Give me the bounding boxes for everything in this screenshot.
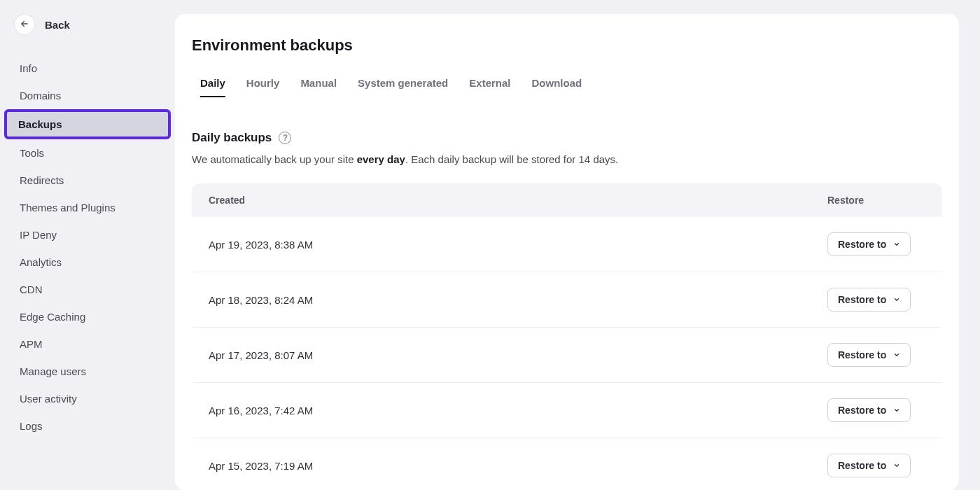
sidebar-item-label: Edge Caching <box>20 311 85 323</box>
restore-to-button[interactable]: Restore to <box>827 398 911 422</box>
back-label: Back <box>45 19 70 31</box>
section-description: We automatically back up your site every… <box>192 153 942 165</box>
tab-hourly[interactable]: Hourly <box>246 73 280 97</box>
cell-created: Apr 19, 2023, 8:38 AM <box>209 239 827 251</box>
desc-post: . Each daily backup will be stored for 1… <box>405 153 618 165</box>
sidebar-item-logs[interactable]: Logs <box>6 412 169 440</box>
sidebar-item-redirects[interactable]: Redirects <box>6 167 169 194</box>
sidebar-item-apm[interactable]: APM <box>6 330 169 358</box>
tab-download[interactable]: Download <box>532 73 582 97</box>
cell-created: Apr 15, 2023, 7:19 AM <box>209 460 827 472</box>
chevron-down-icon <box>893 294 900 305</box>
cell-created: Apr 17, 2023, 8:07 AM <box>209 349 827 361</box>
sidebar-item-label: Redirects <box>20 174 64 186</box>
arrow-left-icon <box>20 19 29 31</box>
desc-pre: We automatically back up your site <box>192 153 357 165</box>
restore-to-button[interactable]: Restore to <box>827 288 911 312</box>
sidebar-item-user-activity[interactable]: User activity <box>6 385 169 412</box>
sidebar-item-manage-users[interactable]: Manage users <box>6 358 169 385</box>
tab-daily[interactable]: Daily <box>200 73 225 97</box>
sidebar: Back Info Domains Backups Tools Redirect… <box>0 0 175 490</box>
sidebar-item-label: Backups <box>18 118 62 130</box>
cell-created: Apr 16, 2023, 7:42 AM <box>209 405 827 416</box>
sidebar-item-label: CDN <box>20 284 43 295</box>
sidebar-item-label: User activity <box>20 393 77 405</box>
restore-to-button[interactable]: Restore to <box>827 343 911 367</box>
sidebar-item-tools[interactable]: Tools <box>6 139 169 167</box>
sidebar-item-label: Themes and Plugins <box>20 202 115 214</box>
table-row: Apr 15, 2023, 7:19 AM Restore to <box>192 438 942 490</box>
sidebar-item-cdn[interactable]: CDN <box>6 276 169 303</box>
sidebar-item-label: Info <box>20 62 37 74</box>
sidebar-item-label: Tools <box>20 147 44 159</box>
table-row: Apr 18, 2023, 8:24 AM Restore to <box>192 272 942 328</box>
desc-bold: every day <box>357 153 405 165</box>
sidebar-item-themes-plugins[interactable]: Themes and Plugins <box>6 194 169 221</box>
column-header-restore: Restore <box>827 195 925 206</box>
table-header: Created Restore <box>192 183 942 217</box>
sidebar-item-info[interactable]: Info <box>6 55 169 82</box>
tab-manual[interactable]: Manual <box>300 73 337 97</box>
tab-label: Hourly <box>246 77 280 89</box>
tab-system-generated[interactable]: System generated <box>358 73 448 97</box>
main-card: Environment backups Daily Hourly Manual … <box>175 14 959 490</box>
sidebar-item-domains[interactable]: Domains <box>6 82 169 109</box>
chevron-down-icon <box>893 460 900 471</box>
tab-external[interactable]: External <box>469 73 510 97</box>
chevron-down-icon <box>893 239 900 250</box>
restore-button-label: Restore to <box>838 349 886 360</box>
help-icon[interactable]: ? <box>279 132 291 144</box>
sidebar-item-backups[interactable]: Backups <box>4 109 171 139</box>
sidebar-item-label: Logs <box>20 420 43 432</box>
restore-to-button[interactable]: Restore to <box>827 454 911 477</box>
restore-button-label: Restore to <box>838 460 886 471</box>
cell-created: Apr 18, 2023, 8:24 AM <box>209 294 827 306</box>
restore-button-label: Restore to <box>838 239 886 250</box>
backups-table: Created Restore Apr 19, 2023, 8:38 AM Re… <box>192 183 942 490</box>
sidebar-item-ip-deny[interactable]: IP Deny <box>6 221 169 248</box>
chevron-down-icon <box>893 405 900 416</box>
section-title: Daily backups <box>192 131 272 145</box>
table-row: Apr 16, 2023, 7:42 AM Restore to <box>192 383 942 438</box>
table-row: Apr 19, 2023, 8:38 AM Restore to <box>192 217 942 272</box>
sidebar-item-label: Domains <box>20 90 61 102</box>
sidebar-item-label: Analytics <box>20 256 62 268</box>
tab-label: Manual <box>300 77 337 89</box>
tab-label: Daily <box>200 77 225 89</box>
column-header-created: Created <box>209 195 827 206</box>
sidebar-item-label: APM <box>20 338 43 350</box>
nav-list: Info Domains Backups Tools Redirects The… <box>0 48 175 440</box>
page-title: Environment backups <box>192 36 942 55</box>
restore-to-button[interactable]: Restore to <box>827 232 911 256</box>
sidebar-item-label: IP Deny <box>20 229 57 241</box>
sidebar-item-analytics[interactable]: Analytics <box>6 248 169 276</box>
sidebar-item-label: Manage users <box>20 365 86 377</box>
back-button[interactable] <box>14 14 35 35</box>
restore-button-label: Restore to <box>838 294 886 305</box>
tab-label: Download <box>532 77 582 89</box>
table-row: Apr 17, 2023, 8:07 AM Restore to <box>192 328 942 383</box>
section-title-row: Daily backups ? <box>192 131 942 145</box>
tab-label: External <box>469 77 510 89</box>
tabs: Daily Hourly Manual System generated Ext… <box>192 73 942 97</box>
chevron-down-icon <box>893 349 900 360</box>
restore-button-label: Restore to <box>838 405 886 416</box>
back-row: Back <box>0 14 175 48</box>
sidebar-item-edge-caching[interactable]: Edge Caching <box>6 303 169 330</box>
tab-label: System generated <box>358 77 448 89</box>
